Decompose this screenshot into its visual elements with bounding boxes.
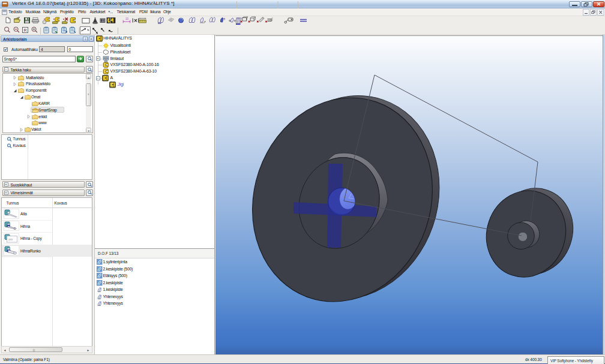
svg-text:xm: xm <box>8 237 13 241</box>
svg-text:R: R <box>24 28 27 32</box>
